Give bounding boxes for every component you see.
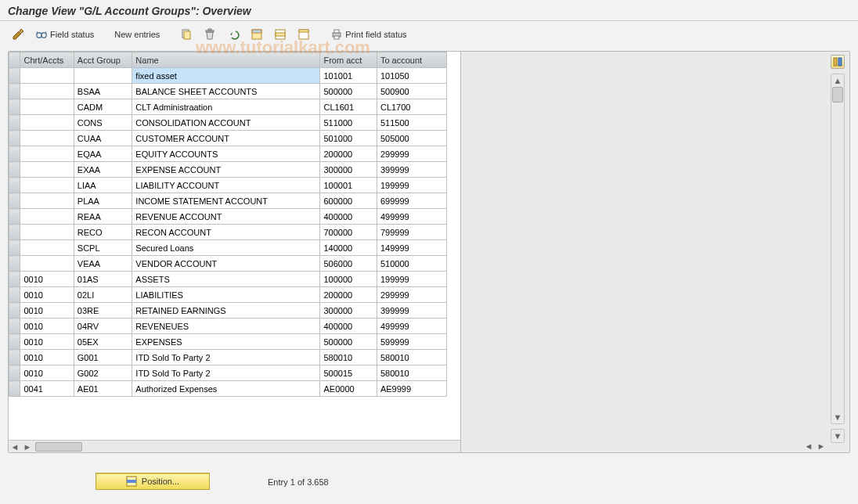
cell-chrt[interactable]: 0010	[20, 272, 74, 287]
cell-chrt[interactable]	[20, 178, 74, 193]
cell-chrt[interactable]: 0041	[20, 381, 74, 397]
row-selector[interactable]	[9, 193, 20, 209]
cell-grp[interactable]: SCPL	[74, 240, 132, 256]
cell-to[interactable]: 511500	[377, 115, 446, 131]
cell-to[interactable]: 299999	[377, 287, 446, 303]
table-row[interactable]: SCPLSecured Loans140000149999	[9, 240, 447, 256]
row-selector[interactable]	[9, 240, 20, 256]
cell-to[interactable]: 505000	[377, 131, 446, 146]
table-row[interactable]: VEAAVENDOR ACCOUNT506000510000	[9, 256, 447, 272]
cell-name[interactable]: CONSOLIDATION ACCOUNT	[132, 115, 320, 131]
cell-from[interactable]: 140000	[320, 240, 377, 256]
table-row[interactable]: EQAAEQUITY ACCOUNTS200000299999	[9, 146, 447, 162]
vscroll-track[interactable]	[831, 87, 844, 411]
gl-account-groups-table[interactable]: Chrt/Accts Acct Group Name From acct To …	[9, 52, 447, 397]
cell-name[interactable]: INCOME STATEMENT ACCOUNT	[132, 193, 320, 209]
scroll-up-icon[interactable]: ▲	[831, 74, 844, 87]
new-entries-button[interactable]: New entries	[110, 27, 164, 41]
horizontal-scrollbar[interactable]: ◄ ►	[9, 440, 460, 452]
cell-from[interactable]: AE0000	[320, 381, 377, 397]
cell-from[interactable]: 101001	[320, 68, 377, 84]
table-row[interactable]: REAAREVENUE ACCOUNT400000499999	[9, 209, 447, 225]
cell-chrt[interactable]: 0010	[20, 350, 74, 365]
row-selector[interactable]	[9, 272, 20, 287]
cell-to[interactable]: 500900	[377, 84, 446, 99]
cell-to[interactable]: AE9999	[377, 381, 446, 397]
cell-chrt[interactable]: 0010	[20, 365, 74, 381]
cell-chrt[interactable]: 0010	[20, 287, 74, 303]
cell-name[interactable]: BALANCE SHEET ACCOUNTS	[132, 84, 320, 99]
cell-chrt[interactable]	[20, 225, 74, 240]
cell-grp[interactable]: PLAA	[74, 193, 132, 209]
cell-name[interactable]: EXPENSES	[132, 334, 320, 350]
table-row[interactable]: PLAAINCOME STATEMENT ACCOUNT600000699999	[9, 193, 447, 209]
row-selector[interactable]	[9, 68, 20, 84]
cell-from[interactable]: 200000	[320, 146, 377, 162]
cell-name[interactable]: CUSTOMER ACCOUNT	[132, 131, 320, 146]
cell-chrt[interactable]	[20, 146, 74, 162]
cell-to[interactable]: CL1700	[377, 99, 446, 115]
cell-chrt[interactable]	[20, 115, 74, 131]
cell-name[interactable]: Authorized Expenses	[132, 381, 320, 397]
cell-to[interactable]: 199999	[377, 272, 446, 287]
cell-chrt[interactable]: 0010	[20, 303, 74, 319]
select-all-button[interactable]	[247, 26, 267, 43]
row-selector[interactable]	[9, 381, 20, 397]
cell-name[interactable]: fixed asset	[132, 68, 320, 84]
vscroll-thumb[interactable]	[832, 87, 843, 103]
cell-from[interactable]: 100000	[320, 272, 377, 287]
cell-grp[interactable]: LIAA	[74, 178, 132, 193]
cell-grp[interactable]: VEAA	[74, 256, 132, 272]
scroll-right-icon[interactable]: ►	[21, 441, 34, 452]
cell-grp[interactable]: RECO	[74, 225, 132, 240]
copy-button[interactable]	[176, 26, 196, 43]
cell-to[interactable]: 799999	[377, 225, 446, 240]
row-selector[interactable]	[9, 319, 20, 334]
table-row[interactable]: 0041AE01Authorized ExpensesAE0000AE9999	[9, 381, 447, 397]
row-selector[interactable]	[9, 334, 20, 350]
cell-from[interactable]: 100001	[320, 178, 377, 193]
table-row[interactable]: RECORECON ACCOUNT700000799999	[9, 225, 447, 240]
col-from-header[interactable]: From acct	[320, 52, 377, 68]
cell-chrt[interactable]	[20, 131, 74, 146]
cell-grp[interactable]: 02LI	[74, 287, 132, 303]
cell-name[interactable]: VENDOR ACCOUNT	[132, 256, 320, 272]
row-selector[interactable]	[9, 209, 20, 225]
cell-to[interactable]: 299999	[377, 146, 446, 162]
deselect-all-button[interactable]	[294, 26, 314, 43]
vertical-scrollbar[interactable]: ▲ ▼	[831, 74, 845, 424]
cell-grp[interactable]: G001	[74, 350, 132, 365]
cell-from[interactable]: 511000	[320, 115, 377, 131]
cell-grp[interactable]: CONS	[74, 115, 132, 131]
cell-name[interactable]: RETAINED EARNINGS	[132, 303, 320, 319]
table-row[interactable]: 001001ASASSETS100000199999	[9, 272, 447, 287]
row-selector[interactable]	[9, 115, 20, 131]
cell-grp[interactable]: G002	[74, 365, 132, 381]
cell-grp[interactable]: 04RV	[74, 319, 132, 334]
print-field-status-button[interactable]: Print field status	[326, 26, 410, 43]
cell-grp[interactable]	[74, 68, 132, 84]
cell-name[interactable]: ITD Sold To Party 2	[132, 350, 320, 365]
scroll-right2-icon[interactable]: ►	[815, 441, 827, 451]
cell-name[interactable]: LIABILITY ACCOUNT	[132, 178, 320, 193]
table-row[interactable]: 001002LILIABILITIES200000299999	[9, 287, 447, 303]
cell-from[interactable]: 200000	[320, 287, 377, 303]
table-row[interactable]: 001005EXEXPENSES500000599999	[9, 334, 447, 350]
cell-chrt[interactable]: 0010	[20, 319, 74, 334]
col-to-header[interactable]: To account	[377, 52, 446, 68]
cell-chrt[interactable]	[20, 256, 74, 272]
cell-grp[interactable]: EXAA	[74, 162, 132, 178]
delete-button[interactable]	[200, 26, 220, 43]
cell-from[interactable]: 500000	[320, 334, 377, 350]
cell-name[interactable]: ITD Sold To Party 2	[132, 365, 320, 381]
cell-grp[interactable]: 05EX	[74, 334, 132, 350]
row-selector[interactable]	[9, 99, 20, 115]
row-selector[interactable]	[9, 178, 20, 193]
cell-chrt[interactable]	[20, 99, 74, 115]
undo-button[interactable]	[223, 26, 243, 43]
table-row[interactable]: CADMCLT AdministraationCL1601CL1700	[9, 99, 447, 115]
cell-to[interactable]: 599999	[377, 334, 446, 350]
cell-from[interactable]: 580010	[320, 350, 377, 365]
cell-from[interactable]: 400000	[320, 319, 377, 334]
col-chrt-header[interactable]: Chrt/Accts	[20, 52, 74, 68]
